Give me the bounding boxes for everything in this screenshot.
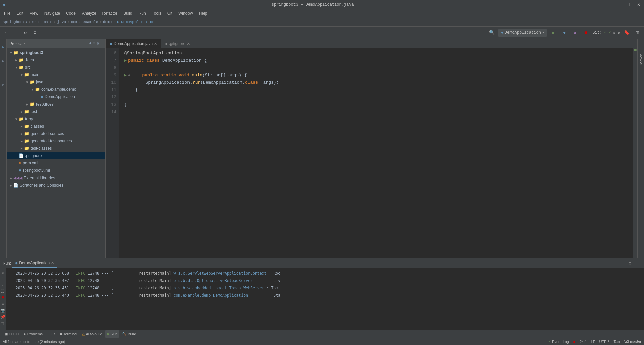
tree-item-iml[interactable]: ■ springboot3.iml xyxy=(7,167,105,174)
tab-close-button[interactable]: ✕ xyxy=(154,42,157,46)
git-check2[interactable]: ✓ xyxy=(608,30,611,35)
bookmark-button[interactable]: 🔖 xyxy=(623,29,631,37)
project-close-button[interactable]: – xyxy=(100,41,103,46)
project-gear-button[interactable]: ⚙ xyxy=(97,41,99,46)
run-tab[interactable]: ▶ Run xyxy=(105,330,119,338)
tree-item-external-libraries[interactable]: ► ◀◀◀ External Libraries xyxy=(7,174,105,182)
run-scroll-up-button[interactable]: ↑ xyxy=(0,276,6,281)
autobuild-tab[interactable]: △ Auto-build xyxy=(80,330,104,338)
event-log-button[interactable]: ✓ Event Log xyxy=(548,339,569,344)
menu-code[interactable]: Code xyxy=(63,10,78,16)
tab-close-button[interactable]: ✕ xyxy=(187,42,190,46)
run-button[interactable]: ▶ xyxy=(549,29,557,37)
run-trash-button[interactable]: 🗑 xyxy=(0,321,6,326)
tab-gitignore[interactable]: ■ .gitignore ✕ xyxy=(161,39,194,48)
tree-item-generated-sources[interactable]: ► 📁 generated-sources xyxy=(7,130,105,137)
tree-item-demoapplication[interactable]: ◆ DemoApplication xyxy=(7,93,105,100)
run-stop-button[interactable]: ■ xyxy=(0,295,6,300)
forward-button[interactable]: → xyxy=(12,29,20,37)
sync-button[interactable]: ↻ xyxy=(21,29,30,37)
terminal-tab[interactable]: ■ Terminal xyxy=(58,330,79,338)
project-collapse-button[interactable]: ≡ xyxy=(93,41,95,46)
menu-build[interactable]: Build xyxy=(121,10,135,16)
tree-item-scratches[interactable]: ► 📄 Scratches and Consoles xyxy=(7,182,105,189)
line-sep-indicator[interactable]: LF xyxy=(591,340,595,344)
split-button[interactable]: ◫ xyxy=(633,29,641,37)
run-gutter-button-9[interactable]: ▶ xyxy=(124,72,127,79)
git-undo[interactable]: ↺ xyxy=(613,30,615,35)
run-wrap-button[interactable]: ≡ xyxy=(0,301,6,307)
project-dropdown-icon[interactable]: ▼ xyxy=(24,42,25,45)
bottom-tab-demoapplication[interactable]: ◆ DemoApplication ✕ xyxy=(12,259,57,268)
tree-item-test[interactable]: ► 📁 test xyxy=(7,108,105,115)
position-indicator[interactable]: 24:1 xyxy=(580,340,587,344)
bottom-settings-button[interactable]: ⚙ xyxy=(627,260,633,267)
run-scroll-down-button[interactable]: ↓ xyxy=(0,282,6,288)
git-check1[interactable]: ✓ xyxy=(604,30,606,35)
back-button[interactable]: ← xyxy=(3,29,11,37)
tree-item-main[interactable]: ▼ 📁 main xyxy=(7,71,105,78)
breadcrumb-main[interactable]: main xyxy=(44,20,52,24)
tab-demoapplication[interactable]: ◆ DemoApplication.java ✕ xyxy=(106,39,161,48)
tree-item-classes[interactable]: ► 📁 classes xyxy=(7,123,105,130)
tree-item-test-classes[interactable]: ► 📁 test-classes xyxy=(7,145,105,152)
menu-window[interactable]: Window xyxy=(176,10,196,16)
maven-label[interactable]: Maven xyxy=(638,52,644,66)
tree-item-idea[interactable]: ► 📁 .idea xyxy=(7,56,105,64)
tree-item-pom[interactable]: π pom.xml xyxy=(7,159,105,167)
todo-tab[interactable]: ▣ TODO xyxy=(3,330,21,338)
indent-indicator[interactable]: Tab xyxy=(614,340,620,344)
project-icon[interactable]: P xyxy=(0,40,6,54)
run-gutter-button-7[interactable]: ▶ xyxy=(124,57,127,64)
git-branch-indicator[interactable]: ⌫ master xyxy=(624,339,641,344)
menu-tools[interactable]: Tools xyxy=(149,10,164,16)
tree-item-gitignore[interactable]: 📄 .gitignore xyxy=(7,152,105,159)
collapse-button[interactable]: – xyxy=(40,29,48,37)
coverage-button[interactable]: ▲ xyxy=(571,29,579,37)
tree-item-springboot3[interactable]: ▼ 📁 springboot3 xyxy=(7,49,105,56)
menu-navigate[interactable]: Navigate xyxy=(42,10,63,16)
run-filter-button[interactable]: ☷ xyxy=(0,289,6,294)
run-restart-button[interactable]: ↻ xyxy=(0,270,6,275)
settings-button[interactable]: ⚙ xyxy=(31,29,39,37)
run-config-selector[interactable]: ◆ DemoApplication ▼ xyxy=(498,29,547,37)
git-tab[interactable]: ⎯ Git xyxy=(45,330,57,338)
breadcrumb-demo[interactable]: demo xyxy=(103,20,112,24)
debug-button[interactable]: ● xyxy=(560,29,568,37)
tree-item-target[interactable]: ▼ 📁 target xyxy=(7,115,105,123)
encoding-indicator[interactable]: UTF-8 xyxy=(599,340,609,344)
run-pin-button[interactable]: 📌 xyxy=(0,314,6,320)
tree-item-generated-test-sources[interactable]: ► 📁 generated-test-sources xyxy=(7,137,105,145)
tree-item-src[interactable]: ▼ 📁 src xyxy=(7,64,105,71)
breadcrumb-example[interactable]: example xyxy=(83,20,98,24)
tree-item-resources[interactable]: ► 📁 resources xyxy=(7,100,105,108)
tree-item-java[interactable]: ▼ 📁 java xyxy=(7,78,105,86)
menu-analyze[interactable]: Analyze xyxy=(79,10,99,16)
maximize-button[interactable]: □ xyxy=(628,2,633,7)
bottom-minimize-button[interactable]: – xyxy=(635,260,641,267)
bottom-tab-close-button[interactable]: ✕ xyxy=(51,261,54,265)
editor-scrollbar[interactable] xyxy=(633,48,637,258)
breadcrumb-com[interactable]: com xyxy=(71,20,78,24)
run-content[interactable]: 2023-04-26 20:32:35.058 INFO 12748 --- [… xyxy=(6,268,644,330)
menu-git[interactable]: Git xyxy=(165,10,175,16)
menu-run[interactable]: Run xyxy=(136,10,149,16)
project-locate-button[interactable]: ● xyxy=(89,41,91,46)
build-tab[interactable]: 🔨 Build xyxy=(120,330,138,338)
code-area[interactable]: @SpringBootApplication ▶ public class De… xyxy=(119,48,633,258)
menu-edit[interactable]: Edit xyxy=(14,10,26,16)
search-everywhere-button[interactable]: 🔍 xyxy=(488,29,496,37)
commit-icon[interactable]: C xyxy=(0,54,6,68)
menu-help[interactable]: Help xyxy=(196,10,210,16)
menu-refactor[interactable]: Refactor xyxy=(100,10,120,16)
menu-file[interactable]: File xyxy=(1,10,13,16)
breadcrumb-src[interactable]: src xyxy=(32,20,39,24)
breadcrumb-springboot3[interactable]: springboot3 xyxy=(3,20,27,24)
close-button[interactable]: ✕ xyxy=(636,2,641,7)
favorites-icon[interactable]: F xyxy=(0,102,6,116)
stop-button[interactable]: ■ xyxy=(582,29,590,37)
tree-item-package[interactable]: ▼ 📁 com.example.demo xyxy=(7,86,105,93)
problems-tab[interactable]: ● Problems xyxy=(22,330,45,338)
menu-view[interactable]: View xyxy=(27,10,41,16)
run-camera-button[interactable]: 📷 xyxy=(0,308,6,313)
